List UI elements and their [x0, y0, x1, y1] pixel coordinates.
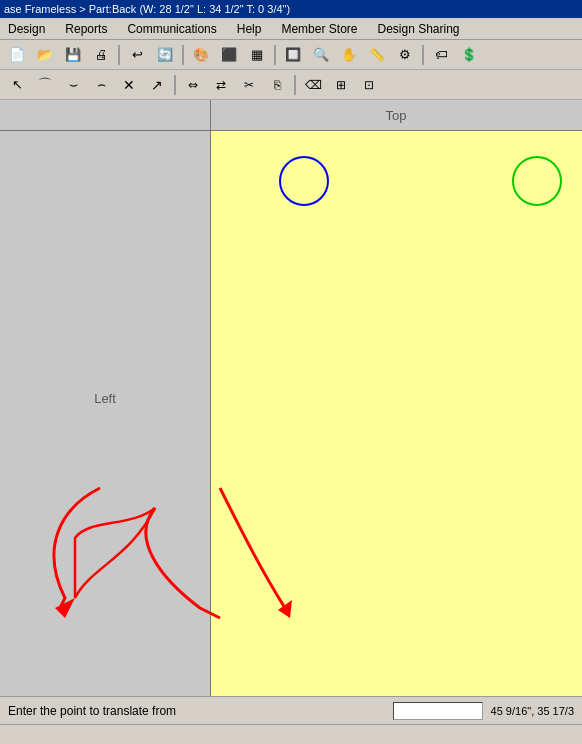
status-input[interactable] [393, 702, 483, 720]
arrow-button[interactable]: ↗ [144, 73, 170, 97]
extend-button[interactable]: ⇄ [208, 73, 234, 97]
status-coords: 45 9/16", 35 17/3 [491, 705, 574, 717]
fill-button[interactable]: 🎨 [188, 43, 214, 67]
title-text: ase Frameless > Part:Back (W: 28 1/2" L:… [4, 3, 290, 15]
view-button[interactable]: 🔲 [280, 43, 306, 67]
pointer-button[interactable]: ↖ [4, 73, 30, 97]
vert-divider [210, 100, 211, 696]
arc1-button[interactable]: ⌒ [32, 73, 58, 97]
trim-button[interactable]: ✂ [236, 73, 262, 97]
arc3-button[interactable]: ⌢ [88, 73, 114, 97]
print-button[interactable]: 🖨 [88, 43, 114, 67]
toolbar1: 📄 📂 💾 🖨 ↩ 🔄 🎨 ⬛ ▦ 🔲 🔍 ✋ 📏 ⚙ 🏷 💲 [0, 40, 582, 70]
settings-button[interactable]: ⚙ [392, 43, 418, 67]
canvas-panel[interactable]: Top [210, 100, 582, 696]
horiz-divider [0, 130, 582, 131]
bottom-bar [0, 724, 582, 744]
stripe-button[interactable]: ▦ [244, 43, 270, 67]
cross-button[interactable]: ✕ [116, 73, 142, 97]
arc2-button[interactable]: ⌣ [60, 73, 86, 97]
status-text: Enter the point to translate from [8, 704, 385, 718]
left-ruler: Left [0, 100, 210, 696]
open-button[interactable]: 📂 [32, 43, 58, 67]
left-label: Left [94, 391, 116, 406]
menu-communications[interactable]: Communications [123, 20, 220, 38]
undo-button[interactable]: ↩ [124, 43, 150, 67]
menu-help[interactable]: Help [233, 20, 266, 38]
toolbar2: ↖ ⌒ ⌣ ⌢ ✕ ↗ ⇔ ⇄ ✂ ⎘ ⌫ ⊞ ⊡ [0, 70, 582, 100]
circle-blue [279, 156, 329, 206]
sep2 [182, 45, 184, 65]
main-area: Left Top [0, 100, 582, 696]
menu-member-store[interactable]: Member Store [277, 20, 361, 38]
save-button[interactable]: 💾 [60, 43, 86, 67]
pattern-button[interactable]: ⬛ [216, 43, 242, 67]
label-button[interactable]: 🏷 [428, 43, 454, 67]
top-label: Top [210, 108, 582, 123]
drawing-area[interactable] [210, 130, 582, 696]
new-button[interactable]: 📄 [4, 43, 30, 67]
zoom-button[interactable]: 🔍 [308, 43, 334, 67]
menu-bar: Design Reports Communications Help Membe… [0, 18, 582, 40]
sep6 [294, 75, 296, 95]
title-bar: ase Frameless > Part:Back (W: 28 1/2" L:… [0, 0, 582, 18]
sep1 [118, 45, 120, 65]
grid-button[interactable]: ⊞ [328, 73, 354, 97]
currency-button[interactable]: 💲 [456, 43, 482, 67]
status-bar: Enter the point to translate from 45 9/1… [0, 696, 582, 724]
pan-button[interactable]: ✋ [336, 43, 362, 67]
redo-button[interactable]: 🔄 [152, 43, 178, 67]
measure-button[interactable]: 📏 [364, 43, 390, 67]
circle-green [512, 156, 562, 206]
sep5 [174, 75, 176, 95]
copy-button[interactable]: ⎘ [264, 73, 290, 97]
menu-reports[interactable]: Reports [61, 20, 111, 38]
snap-button[interactable]: ⊡ [356, 73, 382, 97]
sep3 [274, 45, 276, 65]
move-button[interactable]: ⇔ [180, 73, 206, 97]
menu-design-sharing[interactable]: Design Sharing [373, 20, 463, 38]
sep4 [422, 45, 424, 65]
menu-design[interactable]: Design [4, 20, 49, 38]
eraser-button[interactable]: ⌫ [300, 73, 326, 97]
